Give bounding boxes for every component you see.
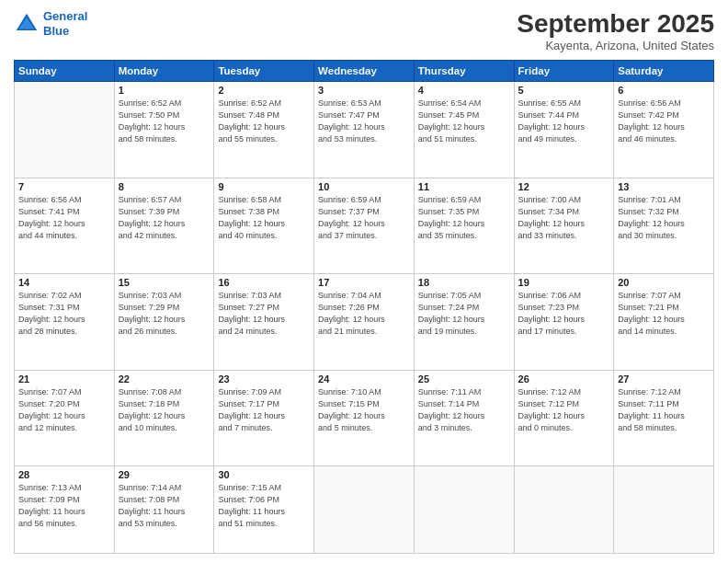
- day-number: 7: [18, 181, 110, 192]
- day-info: Sunrise: 6:56 AM Sunset: 7:41 PM Dayligh…: [18, 194, 110, 242]
- day-info: Sunrise: 7:04 AM Sunset: 7:26 PM Dayligh…: [318, 290, 410, 338]
- day-info: Sunrise: 6:52 AM Sunset: 7:50 PM Dayligh…: [119, 98, 210, 145]
- day-number: 30: [218, 469, 310, 480]
- header: General Blue September 2025 Kayenta, Ari…: [14, 9, 714, 52]
- weekday-header-row: SundayMondayTuesdayWednesdayThursdayFrid…: [15, 61, 714, 82]
- day-number: 8: [119, 181, 210, 192]
- calendar-cell: 22Sunrise: 7:08 AM Sunset: 7:18 PM Dayli…: [114, 370, 214, 466]
- calendar-cell: 15Sunrise: 7:03 AM Sunset: 7:29 PM Dayli…: [114, 274, 214, 371]
- calendar-cell: 2Sunrise: 6:52 AM Sunset: 7:48 PM Daylig…: [214, 82, 314, 178]
- day-info: Sunrise: 7:08 AM Sunset: 7:18 PM Dayligh…: [119, 386, 210, 434]
- calendar-cell: 7Sunrise: 6:56 AM Sunset: 7:41 PM Daylig…: [15, 178, 115, 274]
- day-info: Sunrise: 7:14 AM Sunset: 7:08 PM Dayligh…: [119, 482, 210, 530]
- day-info: Sunrise: 7:09 AM Sunset: 7:17 PM Dayligh…: [218, 386, 310, 434]
- month-title: September 2025: [517, 9, 714, 39]
- calendar-cell: 18Sunrise: 7:05 AM Sunset: 7:24 PM Dayli…: [414, 274, 514, 371]
- day-number: 26: [518, 373, 610, 385]
- page: General Blue September 2025 Kayenta, Ari…: [0, 0, 728, 563]
- week-row-2: 7Sunrise: 6:56 AM Sunset: 7:41 PM Daylig…: [15, 178, 714, 274]
- day-info: Sunrise: 6:53 AM Sunset: 7:47 PM Dayligh…: [318, 98, 410, 145]
- day-number: 9: [218, 181, 310, 192]
- day-number: 14: [18, 277, 110, 288]
- day-info: Sunrise: 7:15 AM Sunset: 7:06 PM Dayligh…: [218, 482, 310, 530]
- calendar-cell: 23Sunrise: 7:09 AM Sunset: 7:17 PM Dayli…: [214, 370, 314, 466]
- day-number: 21: [18, 373, 110, 385]
- calendar-cell: 30Sunrise: 7:15 AM Sunset: 7:06 PM Dayli…: [214, 466, 314, 554]
- weekday-header-tuesday: Tuesday: [214, 61, 314, 82]
- calendar-cell: 1Sunrise: 6:52 AM Sunset: 7:50 PM Daylig…: [114, 82, 214, 178]
- day-number: 25: [418, 373, 510, 385]
- calendar-cell: 26Sunrise: 7:12 AM Sunset: 7:12 PM Dayli…: [514, 370, 614, 466]
- day-number: 6: [618, 85, 710, 96]
- day-info: Sunrise: 7:12 AM Sunset: 7:11 PM Dayligh…: [618, 386, 710, 434]
- day-number: 4: [418, 85, 510, 96]
- day-info: Sunrise: 6:58 AM Sunset: 7:38 PM Dayligh…: [218, 194, 310, 242]
- day-info: Sunrise: 7:07 AM Sunset: 7:21 PM Dayligh…: [618, 290, 710, 338]
- calendar-cell: 28Sunrise: 7:13 AM Sunset: 7:09 PM Dayli…: [15, 466, 115, 554]
- calendar-cell: 8Sunrise: 6:57 AM Sunset: 7:39 PM Daylig…: [114, 178, 214, 274]
- day-info: Sunrise: 6:52 AM Sunset: 7:48 PM Dayligh…: [218, 98, 310, 145]
- calendar-cell: 29Sunrise: 7:14 AM Sunset: 7:08 PM Dayli…: [114, 466, 214, 554]
- calendar-cell: 14Sunrise: 7:02 AM Sunset: 7:31 PM Dayli…: [15, 274, 115, 371]
- calendar-cell: 4Sunrise: 6:54 AM Sunset: 7:45 PM Daylig…: [414, 82, 514, 178]
- day-info: Sunrise: 7:02 AM Sunset: 7:31 PM Dayligh…: [18, 290, 110, 338]
- calendar-cell: 3Sunrise: 6:53 AM Sunset: 7:47 PM Daylig…: [314, 82, 415, 178]
- logo: General Blue: [14, 9, 87, 38]
- day-number: 23: [218, 373, 310, 385]
- calendar-cell: [314, 466, 415, 554]
- day-number: 22: [119, 373, 210, 385]
- day-number: 28: [18, 469, 110, 480]
- day-info: Sunrise: 6:57 AM Sunset: 7:39 PM Dayligh…: [119, 194, 210, 242]
- day-info: Sunrise: 7:07 AM Sunset: 7:20 PM Dayligh…: [18, 386, 110, 434]
- weekday-header-friday: Friday: [514, 61, 614, 82]
- week-row-1: 1Sunrise: 6:52 AM Sunset: 7:50 PM Daylig…: [15, 82, 714, 178]
- weekday-header-sunday: Sunday: [15, 61, 115, 82]
- day-number: 20: [618, 277, 710, 288]
- day-number: 12: [518, 181, 610, 192]
- weekday-header-wednesday: Wednesday: [314, 61, 415, 82]
- day-info: Sunrise: 6:54 AM Sunset: 7:45 PM Dayligh…: [418, 98, 510, 145]
- day-number: 2: [218, 85, 310, 96]
- calendar-cell: 27Sunrise: 7:12 AM Sunset: 7:11 PM Dayli…: [614, 370, 714, 466]
- day-number: 1: [119, 85, 210, 96]
- day-number: 29: [119, 469, 210, 480]
- calendar-cell: 5Sunrise: 6:55 AM Sunset: 7:44 PM Daylig…: [514, 82, 614, 178]
- day-number: 16: [218, 277, 310, 288]
- calendar-cell: 24Sunrise: 7:10 AM Sunset: 7:15 PM Dayli…: [314, 370, 415, 466]
- day-info: Sunrise: 7:00 AM Sunset: 7:34 PM Dayligh…: [518, 194, 610, 242]
- calendar-cell: [15, 82, 115, 178]
- calendar-cell: 12Sunrise: 7:00 AM Sunset: 7:34 PM Dayli…: [514, 178, 614, 274]
- logo-text: General Blue: [43, 9, 87, 38]
- weekday-header-thursday: Thursday: [414, 61, 514, 82]
- day-info: Sunrise: 6:55 AM Sunset: 7:44 PM Dayligh…: [518, 98, 610, 145]
- day-info: Sunrise: 6:59 AM Sunset: 7:37 PM Dayligh…: [318, 194, 410, 242]
- day-number: 10: [318, 181, 410, 192]
- weekday-header-monday: Monday: [114, 61, 214, 82]
- day-info: Sunrise: 7:03 AM Sunset: 7:29 PM Dayligh…: [119, 290, 210, 338]
- day-number: 11: [418, 181, 510, 192]
- day-info: Sunrise: 7:05 AM Sunset: 7:24 PM Dayligh…: [418, 290, 510, 338]
- day-info: Sunrise: 7:10 AM Sunset: 7:15 PM Dayligh…: [318, 386, 410, 434]
- calendar-cell: 21Sunrise: 7:07 AM Sunset: 7:20 PM Dayli…: [15, 370, 115, 466]
- day-info: Sunrise: 7:11 AM Sunset: 7:14 PM Dayligh…: [418, 386, 510, 434]
- title-block: September 2025 Kayenta, Arizona, United …: [517, 9, 714, 52]
- day-info: Sunrise: 7:01 AM Sunset: 7:32 PM Dayligh…: [618, 194, 710, 242]
- calendar-cell: 20Sunrise: 7:07 AM Sunset: 7:21 PM Dayli…: [614, 274, 714, 371]
- day-number: 5: [518, 85, 610, 96]
- day-info: Sunrise: 7:12 AM Sunset: 7:12 PM Dayligh…: [518, 386, 610, 434]
- day-number: 24: [318, 373, 410, 385]
- day-number: 15: [119, 277, 210, 288]
- week-row-3: 14Sunrise: 7:02 AM Sunset: 7:31 PM Dayli…: [15, 274, 714, 371]
- day-info: Sunrise: 7:03 AM Sunset: 7:27 PM Dayligh…: [218, 290, 310, 338]
- calendar-cell: 13Sunrise: 7:01 AM Sunset: 7:32 PM Dayli…: [614, 178, 714, 274]
- day-info: Sunrise: 7:06 AM Sunset: 7:23 PM Dayligh…: [518, 290, 610, 338]
- location: Kayenta, Arizona, United States: [517, 39, 714, 52]
- day-info: Sunrise: 6:59 AM Sunset: 7:35 PM Dayligh…: [418, 194, 510, 242]
- calendar-cell: 9Sunrise: 6:58 AM Sunset: 7:38 PM Daylig…: [214, 178, 314, 274]
- day-info: Sunrise: 7:13 AM Sunset: 7:09 PM Dayligh…: [18, 482, 110, 530]
- day-number: 19: [518, 277, 610, 288]
- calendar-cell: 6Sunrise: 6:56 AM Sunset: 7:42 PM Daylig…: [614, 82, 714, 178]
- calendar-cell: [514, 466, 614, 554]
- calendar-cell: [414, 466, 514, 554]
- calendar-cell: 16Sunrise: 7:03 AM Sunset: 7:27 PM Dayli…: [214, 274, 314, 371]
